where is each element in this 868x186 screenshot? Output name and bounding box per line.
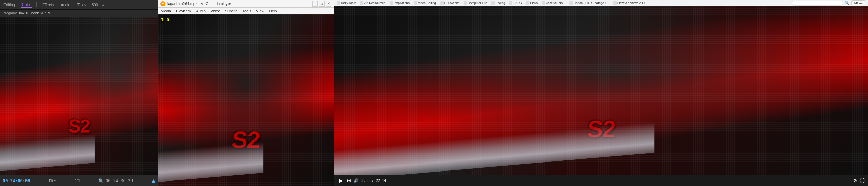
bookmark-hq-tweaks[interactable]: HQ tweaks [438,1,461,5]
zoom-icon[interactable]: 🔍 [98,178,104,183]
tab-titles[interactable]: Titles [76,2,88,8]
bookmark-racing[interactable]: Racing [489,1,507,5]
premiere-program-bar: Program: Im2015MovieSE219 ⋮ [0,10,158,17]
browser-video-area: S2 ▶ ⏭ 🔊 3:55 / 22:14 ⚙ ⛶ [334,6,868,186]
vlc-app-icon: ▶ [160,1,165,6]
browser-panel: Daily Tools Art Ressources Inspirations … [334,0,868,186]
bookmarks-bar: Daily Tools Art Ressources Inspirations … [334,0,868,6]
time-current-display: 00:24:06:08 [3,178,30,183]
controls-right: 🔍 00:24:06:29 [98,178,133,183]
time-total-display: 00:24:06:29 [106,178,133,183]
minimize-button[interactable]: — [312,1,318,7]
premiere-controls-bar: 00:24:06:08 Fit ▾ 1/4 🔍 00:24:06:29 [0,175,158,186]
vlc-menubar: Media Playback Audio Video Subtitle Tool… [158,8,334,14]
vlc-title-left: ▶ lagarithto264.mp4 - VLC media player [160,1,231,6]
car-logo-text: S2 [2,116,146,136]
bookmark-folder-icon [526,1,529,5]
program-menu-icon[interactable]: ⋮ [52,11,56,16]
bookmark-folder-icon [613,1,617,5]
vlc-panel: ▶ lagarithto264.mp4 - VLC media player —… [158,0,334,186]
bookmark-video-editing[interactable]: Video Editing [412,1,438,5]
program-name: Im2015MovieSE219 [19,11,50,15]
player-time-display: 3:55 / 22:14 [361,179,386,183]
bookmark-folder-icon [542,1,545,5]
controls-center: 1/4 [75,179,80,183]
fit-label: Fit [49,179,53,183]
bookmark-folder-icon [569,1,573,5]
vlc-menu-playback[interactable]: Playback [175,9,192,13]
fraction-display: 1/4 [75,179,80,183]
browser-player-controls: ▶ ⏭ 🔊 3:55 / 22:14 ⚙ ⛶ [334,175,868,186]
bookmark-canon-dslr[interactable]: Canon DSLR Footage 1... [568,1,611,5]
premiere-toolbar: Editing Color Effects Audio Titles 800 » [0,0,158,10]
bookmark-folder-icon [414,1,417,5]
bookmark-folder-icon [440,1,444,5]
bookmark-art-ressources[interactable]: Art Ressources [358,1,387,5]
blue-playhead-marker [152,179,155,183]
video-frame-left: S2 [0,17,158,175]
bookmark-folder-icon [360,1,363,5]
vlc-title-text: lagarithto264.mp4 - VLC media player [167,2,231,6]
vlc-menu-subtitle[interactable]: Subtitle [224,9,239,13]
skip-forward-button[interactable]: ⏭ [347,178,351,183]
fullscreen-icon[interactable]: ⛶ [860,178,865,183]
upload-button[interactable]: Uplo... [851,0,865,5]
browser-search-area: 🔍 [792,1,849,6]
vlc-menu-video[interactable]: Video [210,9,221,13]
play-button[interactable]: ▶ [337,177,344,184]
tab-color[interactable]: Color [21,2,32,8]
tab-editing[interactable]: Editing [2,2,17,8]
volume-icon[interactable]: 🔊 [354,178,359,183]
maximize-button[interactable]: □ [319,1,325,7]
search-icon[interactable]: 🔍 [845,1,849,5]
bookmark-folder-icon [509,1,512,5]
vlc-menu-audio[interactable]: Audio [195,9,207,13]
vlc-window-controls: — □ ✕ [312,1,331,7]
vlc-time-overlay: I O [161,17,169,22]
bookmark-how-to[interactable]: How to achieve a Fi... [612,1,649,5]
settings-icon[interactable]: ⚙ [853,178,857,183]
bookmark-daily-tools[interactable]: Daily Tools [335,1,358,5]
browser-video-content[interactable]: S2 [334,6,868,175]
fit-chevron-icon: ▾ [54,178,56,183]
toolbar-more-icon[interactable]: » [102,3,104,7]
bookmark-cars[interactable]: CARS [507,1,523,5]
premiere-panel: Editing Color Effects Audio Titles 800 »… [0,0,158,186]
vlc-menu-help[interactable]: Help [268,9,278,13]
bookmark-picks[interactable]: Picks [524,1,539,5]
vlc-video-frame: S2 [158,14,334,186]
bookmark-folder-icon [390,1,393,5]
bookmark-folder-icon [491,1,495,5]
vlc-menu-media[interactable]: Media [160,9,172,13]
vlc-video-player[interactable]: S2 I O [158,14,334,186]
bookmark-folder-icon [337,1,340,5]
vlc-menu-view[interactable]: View [255,9,265,13]
bookmark-assetto-corsa[interactable]: AssettoCors... [540,1,567,5]
toolbar-divider [36,2,37,7]
tab-effects[interactable]: Effects [41,2,55,8]
bookmark-computer-life[interactable]: Computer Life [462,1,489,5]
browser-search-input[interactable] [792,1,843,6]
car-body [0,135,95,171]
browser-video-frame: S2 [334,6,868,175]
premiere-video-player: S2 [0,17,158,175]
vlc-menu-tools[interactable]: Tools [241,9,252,13]
program-label: Program: [3,11,17,15]
bookmark-folder-icon [464,1,467,5]
fit-dropdown[interactable]: Fit ▾ [49,178,56,183]
tab-audio[interactable]: Audio [59,2,72,8]
upload-area: Uplo... [850,0,867,6]
vlc-titlebar: ▶ lagarithto264.mp4 - VLC media player —… [158,0,334,8]
bookmark-inspirations[interactable]: Inspirations [388,1,411,5]
close-button[interactable]: ✕ [326,1,331,7]
toolbar-number: 800 [92,3,98,7]
